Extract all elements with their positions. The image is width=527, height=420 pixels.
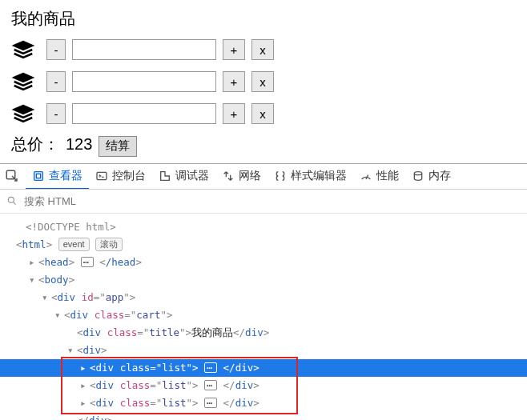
tab-debugger[interactable]: 调试器 (152, 164, 215, 190)
style-icon (274, 170, 287, 182)
minus-button[interactable]: - (46, 103, 66, 124)
tree-node[interactable]: <!DOCTYPE html> (0, 218, 527, 236)
dom-tree[interactable]: <!DOCTYPE html> <html> event 滚动 ▸<head> … (0, 214, 527, 421)
layers-icon (11, 102, 35, 126)
svg-rect-1 (34, 171, 43, 180)
cart-title: 我的商品 (11, 8, 516, 30)
debugger-icon (159, 170, 171, 182)
tree-node[interactable]: ▾<div> (0, 342, 527, 359)
memory-icon (412, 170, 424, 182)
tree-node[interactable]: ▾<div id="app"> (0, 289, 527, 306)
network-icon (222, 170, 235, 182)
svg-rect-2 (36, 174, 40, 178)
ellipsis-icon[interactable] (204, 362, 217, 373)
ellipsis-icon[interactable] (204, 380, 217, 390)
tab-label: 网络 (239, 169, 261, 183)
ellipsis-icon[interactable] (204, 398, 217, 408)
layers-icon (11, 70, 35, 94)
scroll-badge[interactable]: 滚动 (95, 238, 123, 251)
tree-node[interactable]: ▸<div class="list"> </div> (0, 377, 527, 394)
total-value: 123 (66, 135, 92, 154)
tab-label: 查看器 (49, 169, 82, 183)
tab-memory[interactable]: 内存 (405, 164, 457, 190)
plus-button[interactable]: + (223, 39, 245, 60)
total-line: 总价： 123 结算 (11, 134, 516, 157)
svg-point-4 (414, 172, 421, 175)
tab-console[interactable]: 控制台 (89, 164, 152, 190)
tab-network[interactable]: 网络 (215, 164, 268, 190)
cart-row: - + x (11, 102, 516, 126)
devtools-tabbar: 查看器 控制台 调试器 网络 样式编辑器 性能 内存 (0, 164, 527, 190)
tree-node[interactable]: ▾<div class="cart"> (0, 306, 527, 324)
ellipsis-icon[interactable] (81, 257, 94, 267)
tree-node[interactable]: </div> (0, 412, 527, 421)
tree-node-selected[interactable]: ▸<div class="list"> </div> (0, 359, 527, 377)
tab-label: 调试器 (175, 169, 209, 183)
minus-button[interactable]: - (46, 39, 66, 60)
minus-button[interactable]: - (46, 71, 66, 92)
tree-node[interactable]: <html> event 滚动 (0, 236, 527, 254)
tab-label: 性能 (376, 169, 399, 183)
tab-label: 样式编辑器 (291, 169, 347, 183)
search-bar (0, 190, 527, 214)
plus-button[interactable]: + (223, 71, 245, 92)
svg-point-5 (8, 197, 14, 202)
layers-icon (11, 38, 35, 62)
tab-performance[interactable]: 性能 (353, 164, 405, 190)
tree-node[interactable]: ▸<head> </head> (0, 254, 527, 271)
event-badge[interactable]: event (58, 238, 90, 251)
remove-button[interactable]: x (251, 39, 274, 60)
quantity-input[interactable] (72, 103, 216, 124)
tree-node[interactable]: <div class="title">我的商品</div> (0, 324, 527, 342)
remove-button[interactable]: x (251, 71, 274, 92)
settle-button[interactable]: 结算 (99, 136, 137, 157)
remove-button[interactable]: x (251, 103, 274, 124)
inspector-icon (32, 170, 45, 182)
perf-icon (360, 170, 372, 182)
quantity-input[interactable] (72, 71, 216, 92)
tab-inspector[interactable]: 查看器 (26, 164, 89, 190)
tab-label: 内存 (428, 169, 451, 183)
cart-row: - + x (11, 70, 516, 94)
tab-label: 控制台 (112, 169, 146, 183)
console-icon (95, 170, 108, 182)
cart-row: - + x (11, 38, 516, 62)
tree-node[interactable]: ▸<div class="list"> </div> (0, 394, 527, 412)
total-label: 总价： (11, 134, 59, 155)
quantity-input[interactable] (72, 39, 216, 60)
search-html-input[interactable] (22, 194, 521, 208)
tree-node[interactable]: ▾<body> (0, 271, 527, 289)
svg-rect-3 (97, 172, 107, 179)
plus-button[interactable]: + (223, 103, 245, 124)
search-icon (6, 195, 18, 206)
tab-style[interactable]: 样式编辑器 (268, 164, 353, 190)
picker-icon[interactable] (5, 169, 19, 183)
